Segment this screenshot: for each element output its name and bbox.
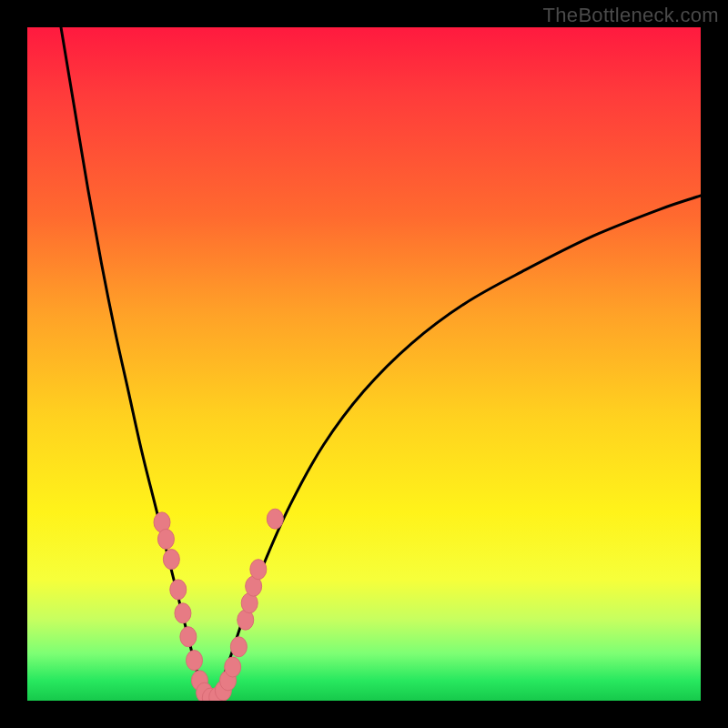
dot-4: [175, 603, 191, 623]
dot-19: [267, 509, 283, 529]
dot-layer: [154, 509, 283, 701]
dot-6: [187, 651, 203, 671]
chart-frame: TheBottleneck.com: [0, 0, 728, 728]
dot-1: [157, 529, 174, 549]
curve-right-curve: [210, 196, 701, 701]
curve-left-curve: [61, 27, 210, 701]
dot-18: [250, 560, 267, 580]
watermark-text: TheBottleneck.com: [543, 4, 719, 27]
plot-area: [27, 27, 701, 701]
dot-14: [230, 637, 247, 657]
dot-3: [170, 580, 187, 600]
dot-5: [180, 627, 197, 647]
curve-overlay: [27, 27, 701, 701]
dot-13: [225, 657, 241, 677]
dot-2: [163, 550, 179, 570]
curve-layer: [61, 27, 701, 701]
